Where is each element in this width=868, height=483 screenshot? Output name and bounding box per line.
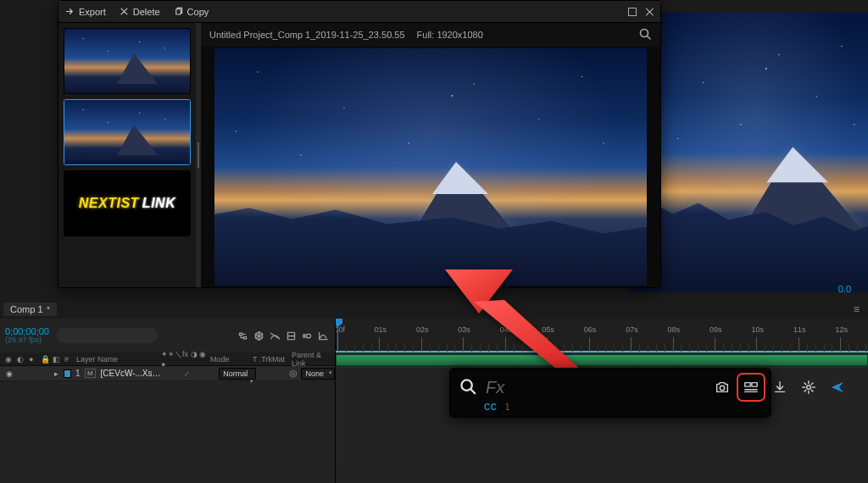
timeline-search-input[interactable]	[56, 328, 158, 343]
panel-toolbar: Export Delete Copy	[58, 1, 660, 23]
timecode[interactable]: 0;00;00;00 (29.97 fps)	[5, 326, 49, 345]
composition-flowchart-icon[interactable]	[236, 329, 249, 342]
fps-value: (29.97 fps)	[5, 336, 49, 345]
ruler-tick: 12s	[840, 337, 841, 352]
close-icon[interactable]	[645, 8, 654, 16]
thumbnail-1[interactable]	[64, 28, 191, 94]
svg-point-5	[720, 386, 724, 390]
chevron-down-icon: ▾	[47, 304, 50, 314]
col-lock-icon[interactable]: 🔒	[41, 355, 49, 364]
col-mode[interactable]: Mode	[210, 355, 249, 364]
layer-duration-bar[interactable]	[336, 354, 868, 366]
camera-icon[interactable]	[710, 375, 734, 399]
export-label: Export	[79, 7, 106, 17]
parent-dropdown[interactable]: None	[301, 368, 335, 380]
fx-result-label[interactable]: CC	[484, 402, 497, 412]
ruler-tick: 02s	[421, 337, 422, 352]
svg-rect-6	[745, 383, 750, 387]
blend-mode-dropdown[interactable]: Normal	[219, 368, 256, 380]
thumbnail-3[interactable]: NEXTIST LINK	[64, 170, 191, 236]
pickwhip-icon[interactable]: ◎	[289, 368, 298, 379]
col-layer-name[interactable]: Layer Name	[76, 355, 158, 364]
snapshot-panel: Export Delete Copy NEXTIST LINK Unt	[58, 0, 661, 288]
ruler-tick: 01s	[379, 337, 380, 352]
col-trkmat[interactable]: T .TrkMat	[253, 355, 288, 364]
fx-search-input[interactable]	[486, 376, 702, 398]
layer-visibility-toggle[interactable]: ◉	[5, 369, 14, 379]
preview-viewport[interactable]	[201, 47, 660, 287]
logo-text-a: NEXTIST	[79, 196, 139, 211]
zoom-icon[interactable]	[638, 27, 652, 42]
thumbnail-strip: NEXTIST LINK	[58, 23, 196, 287]
draft3d-icon[interactable]	[252, 329, 265, 342]
comp-tabs: Comp 1 ▾ ≡	[3, 302, 865, 317]
time-ruler[interactable]: :00f01s02s03s04s05s06s07s08s09s10s11s12s	[336, 319, 868, 353]
snapshot-resolution: Full: 1920x1080	[417, 30, 483, 40]
ruler-tick: 05s	[547, 337, 548, 352]
logo-text-b: LINK	[142, 196, 175, 211]
ruler-tick: 04s	[505, 337, 506, 352]
ruler-tick: 07s	[631, 337, 632, 352]
preview-area: Untitled Project_Comp 1_2019-11-25_23.50…	[201, 23, 660, 287]
layer-row[interactable]: ◉ ▸ 1 M [CEVcW-...XsO_.jpg] ⟋ Normal ◎ N…	[0, 366, 335, 381]
shy-icon[interactable]	[268, 329, 281, 342]
ruler-tick: 06s	[589, 337, 590, 352]
delete-button[interactable]: Delete	[120, 7, 160, 17]
col-parent[interactable]: Parent & Link	[292, 351, 335, 368]
bg-info-text: 0.0	[838, 284, 851, 294]
ruler-tick: 09s	[715, 337, 715, 352]
ruler-tick: 03s	[463, 337, 464, 352]
download-icon[interactable]	[768, 375, 792, 399]
layer-color-swatch[interactable]	[64, 369, 71, 378]
snapshot-filename: Untitled Project_Comp 1_2019-11-25_23.50…	[209, 30, 405, 40]
restore-icon[interactable]	[628, 8, 637, 16]
gallery-icon[interactable]	[739, 375, 763, 399]
send-icon[interactable]	[826, 375, 849, 399]
layer-name-text[interactable]: [CEVcW-...XsO_.jpg]	[101, 369, 165, 378]
layer-index: 1	[75, 369, 81, 378]
col-audio-icon[interactable]: ◐	[17, 355, 25, 364]
fx-result-index: 1	[505, 402, 510, 412]
comp-menu-icon[interactable]: ≡	[849, 303, 865, 315]
ruler-tick: 08s	[673, 337, 674, 352]
ruler-tick: 10s	[756, 337, 757, 352]
col-solo-icon[interactable]: ●	[29, 355, 37, 364]
svg-point-8	[807, 386, 811, 390]
col-vis-icon[interactable]: ◉	[5, 355, 14, 364]
fx-console-popup: CC 1	[449, 368, 771, 418]
motion-blur-icon[interactable]	[300, 329, 314, 342]
frame-blend-icon[interactable]	[284, 329, 298, 342]
background-preview	[639, 25, 868, 280]
svg-point-4	[461, 380, 471, 390]
ruler-tick: 11s	[798, 337, 799, 352]
delete-label: Delete	[133, 7, 160, 17]
svg-rect-0	[175, 9, 181, 14]
export-button[interactable]: Export	[65, 7, 106, 17]
svg-point-3	[306, 334, 310, 338]
copy-label: Copy	[187, 7, 209, 17]
playhead[interactable]	[337, 319, 338, 352]
graph-editor-icon[interactable]	[316, 329, 330, 342]
gear-icon[interactable]	[797, 375, 821, 399]
comp-tab-label: Comp 1	[10, 304, 43, 314]
svg-rect-7	[752, 383, 757, 387]
thumbnail-2[interactable]	[64, 99, 191, 165]
col-label-icon[interactable]: ◧	[53, 355, 61, 364]
search-icon	[459, 377, 477, 398]
media-badge-icon: M	[85, 369, 96, 378]
expand-arrow-icon[interactable]: ▸	[52, 369, 60, 379]
svg-point-1	[641, 30, 648, 37]
comp-tab[interactable]: Comp 1 ▾	[3, 303, 57, 316]
copy-button[interactable]: Copy	[174, 7, 209, 17]
